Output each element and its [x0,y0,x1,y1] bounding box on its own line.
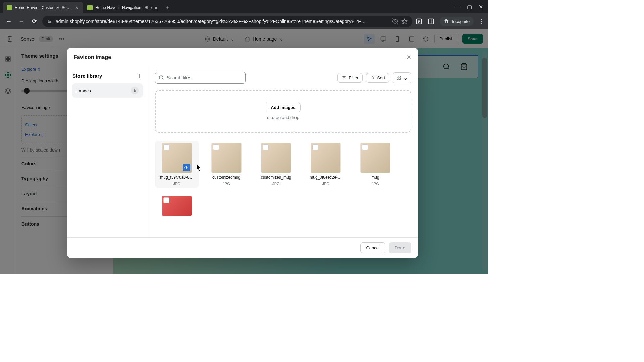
file-item[interactable]: mug JPG [354,141,397,188]
back-button[interactable]: ← [4,18,13,25]
menu-icon[interactable]: ⋮ [479,18,484,25]
file-item[interactable]: 👁 mug_f39f76a0-6… JPG [155,141,199,188]
minimize-icon[interactable]: — [455,4,460,10]
eye-off-icon[interactable] [392,18,398,24]
svg-rect-31 [138,74,142,78]
file-name: mug_f39f76a0-6… [160,175,193,180]
svg-rect-12 [429,19,434,24]
svg-point-33 [159,76,163,79]
filter-label: Filter [348,75,358,80]
url-input[interactable]: admin.shopify.com/store/de8143-a6/themes… [42,16,412,27]
incognito-label: Incognito [452,19,470,24]
window-close-icon[interactable]: ✕ [479,4,483,10]
svg-rect-41 [399,78,400,79]
chevron-down-icon: ⌄ [403,75,408,81]
file-ext: JPG [372,182,379,186]
file-name: customizedmug [212,175,240,180]
forward-button: → [17,18,26,25]
svg-rect-38 [397,76,398,77]
select-checkbox[interactable] [312,144,318,150]
search-files-input[interactable]: Search files [155,72,246,84]
close-modal-button[interactable]: ✕ [406,54,411,61]
sort-label: Sort [377,75,385,80]
upload-dropzone[interactable]: Add images or drag and drop [155,90,411,133]
shopify-icon [87,5,93,10]
file-item[interactable]: customizedmug JPG [205,141,248,188]
file-ext: JPG [322,182,329,186]
file-item[interactable]: mug_0f8eec2e-… JPG [304,141,347,188]
images-filter[interactable]: Images 6 [72,83,143,98]
new-tab-button[interactable]: + [162,2,172,12]
address-bar: ← → ⟳ admin.shopify.com/store/de8143-a6/… [0,13,488,29]
side-panel-icon[interactable] [428,18,434,25]
drag-hint: or drag and drop [267,115,299,120]
file-ext: JPG [173,182,180,186]
close-icon[interactable]: ✕ [154,6,158,10]
svg-line-34 [162,79,163,80]
images-count: 6 [131,87,139,94]
filter-button[interactable]: Filter [337,73,363,83]
browser-tab-1[interactable]: Home Haven · Customize Sense ✕ [3,2,83,13]
cancel-button[interactable]: Cancel [360,242,385,253]
svg-marker-7 [402,19,407,24]
svg-point-3 [49,20,49,20]
svg-rect-40 [397,78,398,79]
sort-button[interactable]: Sort [366,73,389,83]
images-label: Images [76,88,91,93]
maximize-icon[interactable]: ▢ [467,4,472,10]
file-name: customized_mug [261,175,291,180]
file-ext: JPG [223,182,230,186]
file-item[interactable]: customized_mug JPG [254,141,298,188]
select-checkbox[interactable] [163,197,169,203]
file-name: mug [371,175,379,180]
select-checkbox[interactable] [263,144,269,150]
site-settings-icon[interactable] [47,19,52,24]
view-toggle[interactable]: ⌄ [393,72,411,83]
add-images-button[interactable]: Add images [266,103,301,112]
tab-strip: Home Haven · Customize Sense ✕ Home Have… [0,0,488,13]
done-button: Done [389,242,411,253]
select-checkbox[interactable] [213,144,219,150]
reading-list-icon[interactable] [416,18,422,25]
bookmark-icon[interactable] [401,18,408,24]
file-name: mug_0f8eec2e-… [310,175,341,180]
file-ext: JPG [272,182,279,186]
file-item[interactable] [155,194,199,218]
library-options-icon[interactable] [137,73,143,79]
tab-title: Home Haven · Customize Sense [15,5,72,10]
svg-rect-39 [399,76,400,77]
close-icon[interactable]: ✕ [75,6,79,10]
search-placeholder: Search files [167,75,191,80]
favicon-modal: Favicon image ✕ Store library Images 6 S… [67,48,418,258]
incognito-badge[interactable]: Incognito [440,17,474,26]
select-checkbox[interactable] [163,144,169,150]
url-text: admin.shopify.com/store/de8143-a6/themes… [56,19,389,24]
modal-title: Favicon image [74,54,111,60]
shopify-icon [7,5,12,10]
svg-point-4 [50,21,51,22]
tab-title: Home Haven · Navigation · Sho [95,5,152,10]
svg-point-5 [49,22,50,23]
select-checkbox[interactable] [362,144,368,150]
reload-button[interactable]: ⟳ [30,18,39,25]
store-library-label: Store library [72,73,102,79]
preview-icon[interactable]: 👁 [183,164,190,171]
library-sidebar: Store library Images 6 [67,67,148,237]
browser-tab-2[interactable]: Home Haven · Navigation · Sho ✕ [83,2,162,13]
